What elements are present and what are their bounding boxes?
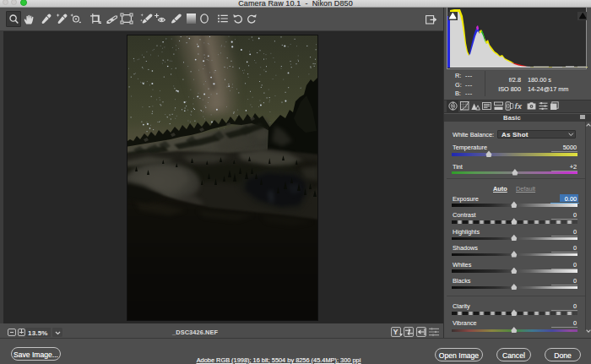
svg-text:fx: fx: [515, 101, 523, 111]
